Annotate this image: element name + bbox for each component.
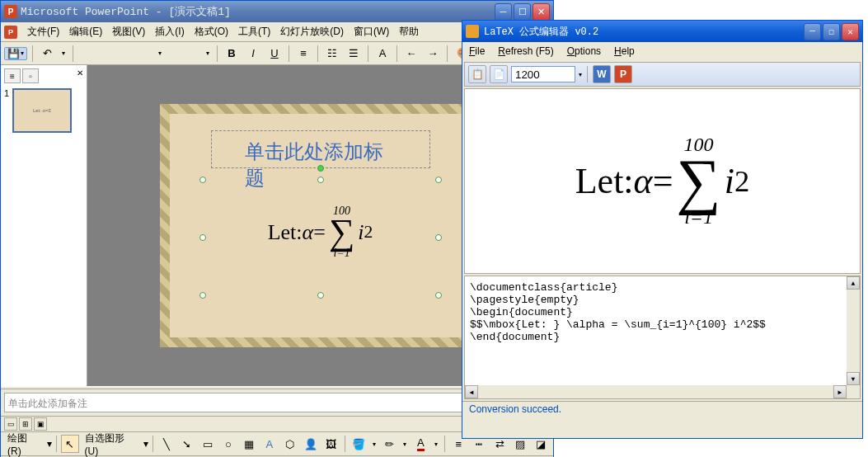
menu-view[interactable]: 视图(V): [107, 23, 150, 40]
select-tool[interactable]: ↖: [61, 435, 79, 453]
italic-button[interactable]: I: [244, 45, 262, 63]
copy-image-button[interactable]: 📄: [490, 65, 508, 83]
ppt-title: Microsoft PowerPoint - [演示文稿1]: [21, 4, 231, 19]
draw-menu[interactable]: 绘图(R): [4, 430, 45, 458]
underline-button[interactable]: U: [265, 45, 284, 63]
autoshapes-menu[interactable]: 自选图形(U): [82, 430, 142, 458]
latex-menu-file[interactable]: File: [469, 45, 485, 57]
menu-window[interactable]: 窗口(W): [349, 23, 394, 40]
preview-formula: Let: α = 100∑i=1 i2: [575, 134, 750, 228]
latex-titlebar[interactable]: LaTeX 公式编辑器 v0.2 ─ ☐ ✕: [462, 21, 862, 42]
ppt-minimize-button[interactable]: ─: [495, 3, 512, 21]
resize-handle-tl[interactable]: [199, 177, 206, 183]
line-color-button[interactable]: ✏: [381, 435, 399, 453]
clipart-button[interactable]: 👤: [302, 435, 320, 453]
latex-menu-help[interactable]: Help: [614, 45, 635, 57]
menu-format[interactable]: 格式(O): [190, 23, 233, 40]
latex-menubar: File Refresh (F5) Options Help: [462, 42, 862, 60]
arrow-tool[interactable]: ➘: [178, 435, 196, 453]
align-left-button[interactable]: ≡: [294, 45, 312, 63]
latex-title: LaTeX 公式编辑器 v0.2: [484, 25, 598, 39]
numbering-button[interactable]: ☷: [323, 45, 341, 63]
oval-tool[interactable]: ○: [219, 435, 237, 453]
textbox-tool[interactable]: ▦: [240, 435, 258, 453]
latex-menu-refresh[interactable]: Refresh (F5): [498, 45, 553, 57]
latex-code-editor[interactable]: \documentclass{article} \pagestyle{empty…: [464, 276, 861, 399]
ppt-app-icon: P: [4, 5, 17, 18]
bullets-button[interactable]: ☰: [345, 45, 363, 63]
line-tool[interactable]: ╲: [157, 435, 176, 453]
latex-maximize-button[interactable]: ☐: [823, 23, 840, 40]
formula-content: Let: α = 100∑i=1 i2: [268, 205, 373, 260]
resize-handle-ml[interactable]: [199, 234, 206, 241]
save-button[interactable]: 💾▾: [4, 47, 27, 60]
slide-canvas[interactable]: 单击此处添加标题 Let: α = 100∑i=1 i2: [160, 104, 481, 347]
menu-tools[interactable]: 工具(T): [233, 23, 275, 40]
undo-dropdown[interactable]: ▾: [59, 49, 68, 57]
resize-handle-br[interactable]: [435, 292, 442, 299]
demote-button[interactable]: →: [424, 45, 442, 63]
wordart-button[interactable]: A: [260, 435, 279, 453]
slide-panel: ≡ ▫ ✕ 1 Let: α=Σ: [1, 65, 87, 386]
menu-help[interactable]: 帮助: [394, 23, 424, 40]
latex-statusbar: Conversion succeed.: [462, 401, 862, 417]
resize-handle-bl[interactable]: [199, 292, 206, 299]
slides-tab[interactable]: ▫: [22, 68, 39, 83]
latex-editor-window: LaTeX 公式编辑器 v0.2 ─ ☐ ✕ File Refresh (F5)…: [462, 20, 863, 439]
resize-handle-mt[interactable]: [317, 177, 324, 183]
ppt-maximize-button[interactable]: ☐: [514, 3, 531, 21]
latex-toolbar: 📋 📄 ▾ W P: [464, 62, 861, 87]
latex-minimize-button[interactable]: ─: [804, 23, 821, 40]
latex-menu-options[interactable]: Options: [567, 45, 601, 57]
slide-number: 1: [4, 88, 9, 133]
diagram-button[interactable]: ⬡: [281, 435, 299, 453]
formula-object[interactable]: Let: α = 100∑i=1 i2: [203, 180, 439, 295]
copy-button[interactable]: 📋: [468, 65, 486, 83]
undo-button[interactable]: ↶: [38, 45, 56, 63]
latex-app-icon: [466, 25, 479, 38]
slide-thumbnail[interactable]: Let: α=Σ: [12, 88, 72, 133]
scrollbar-horizontal[interactable]: ◀▶: [465, 385, 860, 398]
export-word-button[interactable]: W: [593, 65, 611, 83]
font-color-button[interactable]: A: [411, 435, 429, 453]
menu-insert[interactable]: 插入(I): [150, 23, 189, 40]
outline-tab[interactable]: ≡: [4, 68, 21, 83]
menu-edit[interactable]: 编辑(E): [64, 23, 107, 40]
ppt-close-button[interactable]: ✕: [533, 3, 550, 21]
formula-preview: Let: α = 100∑i=1 i2: [464, 88, 861, 274]
resize-handle-mb[interactable]: [317, 292, 324, 299]
bold-button[interactable]: B: [223, 45, 241, 63]
promote-button[interactable]: ←: [402, 45, 420, 63]
ppt-doc-icon: P: [4, 26, 17, 39]
rectangle-tool[interactable]: ▭: [199, 435, 217, 453]
resize-handle-mr[interactable]: [435, 234, 442, 241]
picture-button[interactable]: 🖼: [322, 435, 340, 453]
resize-handle-tr[interactable]: [435, 177, 442, 183]
menu-file[interactable]: 文件(F): [22, 23, 64, 40]
rotate-handle[interactable]: [317, 165, 324, 172]
latex-close-button[interactable]: ✕: [842, 23, 859, 40]
export-ppt-button[interactable]: P: [614, 65, 632, 83]
panel-close-button[interactable]: ✕: [77, 68, 83, 83]
scrollbar-vertical[interactable]: ▲▼: [847, 276, 860, 385]
fill-color-button[interactable]: 🪣: [350, 435, 368, 453]
dpi-input[interactable]: [511, 66, 575, 82]
menu-slideshow[interactable]: 幻灯片放映(D): [275, 23, 349, 40]
increase-font-button[interactable]: A: [373, 45, 392, 63]
